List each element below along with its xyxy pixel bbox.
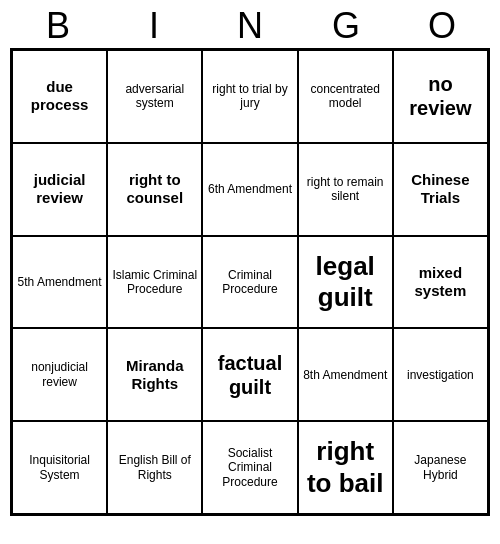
letter-n: N bbox=[202, 8, 298, 44]
letter-g: G bbox=[298, 8, 394, 44]
bingo-header: B I N G O bbox=[10, 8, 490, 44]
bingo-cell-1: adversarial system bbox=[107, 50, 202, 143]
bingo-cell-23: right to bail bbox=[298, 421, 393, 514]
bingo-grid: due processadversarial systemright to tr… bbox=[10, 48, 490, 516]
letter-o: O bbox=[394, 8, 490, 44]
bingo-cell-19: investigation bbox=[393, 328, 488, 421]
bingo-cell-20: Inquisitorial System bbox=[12, 421, 107, 514]
bingo-cell-16: Miranda Rights bbox=[107, 328, 202, 421]
bingo-cell-12: Criminal Procedure bbox=[202, 236, 297, 329]
bingo-cell-17: factual guilt bbox=[202, 328, 297, 421]
bingo-cell-11: Islamic Criminal Procedure bbox=[107, 236, 202, 329]
bingo-cell-6: right to counsel bbox=[107, 143, 202, 236]
bingo-cell-9: Chinese Trials bbox=[393, 143, 488, 236]
bingo-cell-13: legal guilt bbox=[298, 236, 393, 329]
bingo-cell-21: English Bill of Rights bbox=[107, 421, 202, 514]
bingo-cell-14: mixed system bbox=[393, 236, 488, 329]
letter-b: B bbox=[10, 8, 106, 44]
bingo-cell-22: Socialist Criminal Procedure bbox=[202, 421, 297, 514]
bingo-cell-24: Japanese Hybrid bbox=[393, 421, 488, 514]
bingo-cell-5: judicial review bbox=[12, 143, 107, 236]
bingo-cell-0: due process bbox=[12, 50, 107, 143]
bingo-cell-10: 5th Amendment bbox=[12, 236, 107, 329]
bingo-cell-7: 6th Amendment bbox=[202, 143, 297, 236]
bingo-cell-3: concentrated model bbox=[298, 50, 393, 143]
bingo-cell-4: no review bbox=[393, 50, 488, 143]
bingo-cell-8: right to remain silent bbox=[298, 143, 393, 236]
letter-i: I bbox=[106, 8, 202, 44]
bingo-cell-18: 8th Amendment bbox=[298, 328, 393, 421]
bingo-cell-2: right to trial by jury bbox=[202, 50, 297, 143]
bingo-cell-15: nonjudicial review bbox=[12, 328, 107, 421]
